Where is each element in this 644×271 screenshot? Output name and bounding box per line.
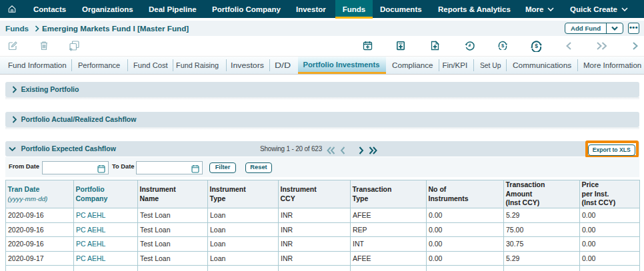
svg-text:$: $ — [501, 43, 505, 49]
svg-text:$: $ — [535, 43, 538, 49]
